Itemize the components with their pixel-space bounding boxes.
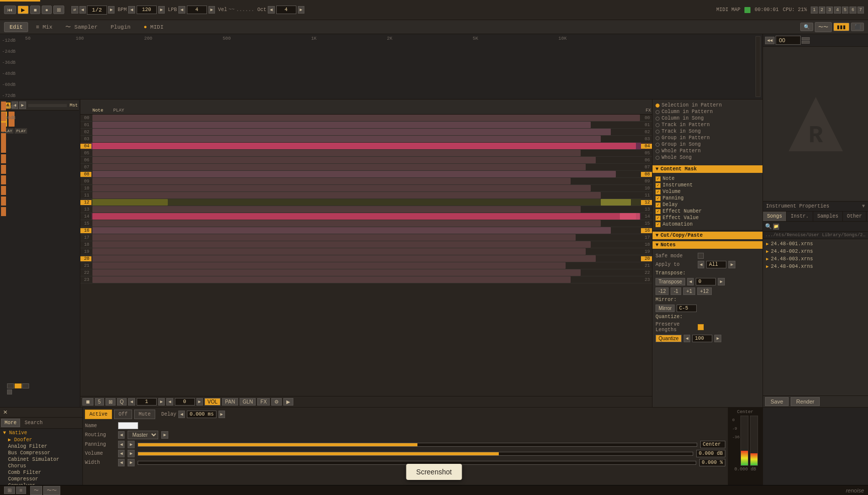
fx-chorus[interactable]: Chorus xyxy=(1,463,81,469)
fx-list-close[interactable]: ✕ xyxy=(3,409,8,416)
track-3[interactable]: 3 xyxy=(826,7,833,14)
transpose-minus12[interactable]: -12 xyxy=(656,287,669,295)
loop-btn[interactable]: ⇄ xyxy=(71,6,78,14)
nav-right[interactable]: ▶ xyxy=(158,398,165,406)
track-4[interactable]: 4 xyxy=(834,7,840,14)
row-content-20[interactable] xyxy=(91,255,641,262)
check-delay[interactable]: ✓ Delay xyxy=(656,202,759,208)
tab-midi[interactable]: ● MIDI xyxy=(138,22,169,32)
row-content-16[interactable] xyxy=(91,227,641,234)
width-next[interactable]: ▶ xyxy=(128,459,134,466)
play-btn-2[interactable]: PLAY xyxy=(15,128,27,134)
fx-tab-search[interactable]: Search xyxy=(21,419,46,427)
gear-btn[interactable]: ⚙ xyxy=(271,398,282,406)
quantize-btn[interactable]: Q xyxy=(117,398,127,406)
bpm-up[interactable]: ▶ xyxy=(158,6,165,14)
tab-edit[interactable]: Edit xyxy=(4,22,28,32)
row-content-08[interactable] xyxy=(91,171,641,177)
list-item[interactable]: ▶ 24.48-003.xrns xyxy=(764,255,867,263)
radio-whole-song[interactable]: Whole Song xyxy=(656,155,759,160)
checkbox-effect-value[interactable]: ✓ xyxy=(656,216,661,221)
row-content-19[interactable] xyxy=(91,248,641,255)
preserve-lengths-checkbox[interactable] xyxy=(698,324,704,330)
radio-whole-pattern[interactable]: Whole Pattern xyxy=(656,148,759,154)
check-panning[interactable]: ✓ Panning xyxy=(656,195,759,201)
tab-songs[interactable]: Songs xyxy=(763,212,787,221)
fx-btn[interactable]: FX xyxy=(257,398,270,406)
checkbox-volume[interactable]: ✓ xyxy=(656,189,661,194)
five-btn[interactable]: 5 xyxy=(95,398,104,406)
radio-group-in-pattern[interactable]: Group in Pattern xyxy=(656,135,759,141)
radio-column-in-song[interactable]: Column in Song xyxy=(656,116,759,121)
play-toolbar-btn[interactable]: ▶ xyxy=(283,398,293,406)
row-content-12[interactable] xyxy=(91,199,641,206)
row-content-13[interactable] xyxy=(91,206,641,213)
fx-tree[interactable]: ▼ Native ▶ Doofer Analog Filter Bus Comp… xyxy=(0,429,82,485)
volume-slider[interactable] xyxy=(138,452,693,456)
fx-analog-filter[interactable]: Analog Filter xyxy=(1,443,81,450)
checkbox-note[interactable]: ✓ xyxy=(656,176,661,181)
list-item[interactable]: ▶ 24.48-001.xrns xyxy=(764,240,867,248)
radio-column-in-pattern[interactable]: Column in Pattern xyxy=(656,109,759,115)
panning-next[interactable]: ▶ xyxy=(128,441,134,448)
pattern-prev-btn[interactable]: ◀◀ xyxy=(765,37,775,44)
fx-comb-filter[interactable]: Comb Filter xyxy=(1,469,81,476)
tool-expand[interactable]: ⬛ xyxy=(851,23,864,31)
tool-bars[interactable]: ▮▮▮ xyxy=(833,23,849,31)
checkbox-instrument[interactable]: ✓ xyxy=(656,183,661,188)
delay-prev[interactable]: ◀ xyxy=(178,411,185,418)
row-content-11[interactable] xyxy=(91,192,641,199)
pattern-button[interactable]: ⊞ xyxy=(53,6,64,14)
row-content-01[interactable] xyxy=(91,122,641,128)
lpb-down[interactable]: ◀ xyxy=(178,6,185,14)
radio-selection-in-pattern[interactable]: Selection in Pattern xyxy=(656,103,759,108)
instr-file-list[interactable]: ▶ 24.48-001.xrns ▶ 24.48-002.xrns ▶ 24.4… xyxy=(763,239,868,395)
record-button[interactable]: ● xyxy=(42,6,52,14)
check-effect-number[interactable]: ✓ Effect Number xyxy=(656,209,759,214)
fx-native-folder[interactable]: ▼ Native xyxy=(1,430,81,436)
row-content-14[interactable] xyxy=(91,213,641,220)
tool-wave[interactable]: 〜〜 xyxy=(815,22,832,32)
midi-map-btn[interactable]: MIDI MAP xyxy=(716,7,740,13)
track-1[interactable]: 1 xyxy=(811,7,817,14)
pattern-scroll-down[interactable] xyxy=(802,41,810,44)
pan-btn[interactable]: PAN xyxy=(222,398,238,406)
checkbox-effect-number[interactable]: ✓ xyxy=(656,209,661,214)
fx-compressor[interactable]: Compressor xyxy=(1,476,81,482)
row-content-15[interactable] xyxy=(91,220,641,227)
check-instrument[interactable]: ✓ Instrument xyxy=(656,182,759,188)
safe-mode-checkbox[interactable] xyxy=(698,253,704,259)
checkbox-panning[interactable]: ✓ xyxy=(656,196,661,201)
track-5[interactable]: 5 xyxy=(842,7,848,14)
row-content-22[interactable] xyxy=(91,269,641,276)
check-note[interactable]: ✓ Note xyxy=(656,176,759,181)
check-volume[interactable]: ✓ Volume xyxy=(656,189,759,194)
list-item[interactable]: ▶ 24.48-002.xrns xyxy=(764,248,867,255)
oct-up[interactable]: ▶ xyxy=(298,6,304,14)
transpose-button[interactable]: Transpose xyxy=(656,278,685,285)
track-7[interactable]: 7 xyxy=(857,7,864,14)
grid-btn[interactable]: ⊠ xyxy=(105,398,116,406)
view-btn-b[interactable]: ≡ xyxy=(16,486,26,494)
transpose-plus1[interactable]: +1 xyxy=(683,287,695,295)
loop-left[interactable]: ◀ xyxy=(166,398,173,406)
name-input[interactable] xyxy=(118,422,138,429)
transpose-minus1[interactable]: -1 xyxy=(671,287,681,295)
bpm-down[interactable]: ◀ xyxy=(128,6,135,14)
render-button[interactable]: Render xyxy=(791,397,820,406)
tab-plugin[interactable]: Plugin xyxy=(105,22,136,32)
fx-tab-mute[interactable]: Mute xyxy=(134,410,155,419)
mirror-button[interactable]: Mirror xyxy=(656,305,675,312)
fx-tab-off[interactable]: Off xyxy=(114,410,132,419)
folder-icon[interactable]: 📁 xyxy=(773,224,779,230)
tool-search[interactable]: 🔍 xyxy=(800,23,813,31)
save-button[interactable]: Save xyxy=(765,397,789,406)
stop-button[interactable]: ■ xyxy=(30,6,40,14)
checkbox-automation[interactable]: ✓ xyxy=(656,222,661,227)
row-content-18[interactable] xyxy=(91,241,641,248)
apply-to-next[interactable]: ▶ xyxy=(728,261,735,268)
scope-btn-a[interactable]: 〜 xyxy=(30,486,42,495)
view-btn-a[interactable]: ⊞ xyxy=(4,486,15,494)
tab-instr[interactable]: Instr. xyxy=(787,212,813,221)
apply-to-prev[interactable]: ◀ xyxy=(698,261,704,268)
